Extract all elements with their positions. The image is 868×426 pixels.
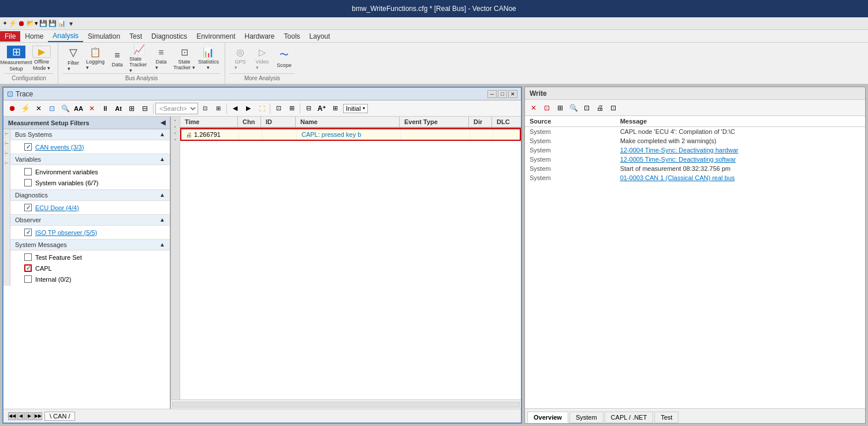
trace-tb-fwd[interactable]: ▶ — [242, 102, 255, 115]
offline-mode-button[interactable]: ▶ OfflineMode ▾ — [30, 48, 53, 69]
internal-item[interactable]: Internal (0/2) — [10, 274, 170, 285]
graphics-button[interactable]: 📈 State Tracker ▾ — [129, 48, 150, 69]
write-message-link-4[interactable]: 12-0005 Time-Sync: Deactivating softwar — [620, 156, 736, 163]
statistics-button[interactable]: 📊 Statistics▾ — [197, 48, 220, 69]
qa-arrow-icon[interactable]: ✦ — [2, 20, 8, 27]
trace-tb-marker[interactable]: ⛶ — [255, 102, 268, 115]
trace-tb-pause[interactable]: ⏸ — [99, 102, 111, 115]
diagnostics-header[interactable]: Diagnostics ▲ — [10, 189, 170, 201]
capl-item[interactable]: ✓ CAPL — [10, 263, 170, 274]
write-tb-export[interactable]: ⊡ — [607, 102, 620, 114]
gps-button[interactable]: ◎ GPS▾ — [230, 48, 251, 69]
can-events-link[interactable]: CAN events (3/3) — [35, 144, 84, 151]
trace-tb-x[interactable]: ✕ — [32, 102, 45, 115]
tab-test[interactable]: Test — [654, 412, 679, 423]
bus-systems-header[interactable]: Bus Systems ▲ — [10, 129, 170, 140]
observer-header[interactable]: Observer ▲ — [10, 214, 170, 226]
trace-tb-paste[interactable]: ⊞ — [285, 102, 298, 115]
write-row-5[interactable]: System Start of measurement 08:32:32.756… — [525, 164, 865, 173]
internal-checkbox[interactable] — [24, 275, 32, 283]
trace-row-highlighted[interactable]: 🖨 1.266791 CAPL: pressed key b — [180, 128, 521, 141]
trace-minimize-button[interactable]: ─ — [487, 90, 497, 98]
write-message-link-6[interactable]: 01-0003 CAN 1 (Classical CAN) real bus — [620, 174, 735, 181]
filter-panel-arrow[interactable]: ◀ — [161, 119, 165, 126]
diagnostics-collapse[interactable]: ▲ — [159, 192, 165, 199]
filter-panel-header[interactable]: Measurement Setup Filters ◀ — [3, 117, 170, 129]
trace-tb-copy[interactable]: ⊡ — [272, 102, 285, 115]
iso-tp-checkbox[interactable]: ✓ — [24, 229, 32, 236]
trace-tb-record[interactable]: ⏺ — [6, 102, 18, 115]
nav-prev[interactable]: ◀ — [17, 412, 25, 420]
capl-checkbox[interactable]: ✓ — [24, 264, 32, 272]
trace-tb-grid[interactable]: ⊞ — [125, 102, 138, 115]
write-tb-copy[interactable]: ⊞ — [554, 102, 567, 114]
tab-system[interactable]: System — [569, 412, 603, 423]
can-events-checkbox[interactable]: ✓ — [24, 143, 32, 151]
trace-tb-text-a[interactable]: A⁺ — [315, 102, 328, 115]
video-button[interactable]: ▷ Video▾ — [252, 48, 273, 69]
ecu-door-link[interactable]: ECU Door (4/4) — [35, 204, 79, 211]
qa-open-icon[interactable]: 📂▾ — [27, 20, 38, 27]
nav-next[interactable]: ▶ — [25, 412, 33, 420]
measurement-setup-button[interactable]: ⊞ MeasurementSetup — [5, 48, 28, 69]
ecu-door-item[interactable]: ✓ ECU Door (4/4) — [10, 202, 170, 213]
write-tb-print[interactable]: 🖨 — [594, 102, 606, 114]
env-variables-checkbox[interactable] — [24, 168, 32, 175]
qa-save-icon[interactable]: 💾 — [39, 20, 47, 27]
qa-report-icon[interactable]: 📊 — [58, 20, 66, 27]
write-row-3[interactable]: System 12-0004 Time-Sync: Deactivating h… — [525, 145, 865, 155]
variables-collapse[interactable]: ▲ — [159, 156, 165, 163]
sys-messages-collapse[interactable]: ▲ — [159, 241, 165, 248]
logging-button[interactable]: 📋 Logging▾ — [85, 48, 106, 69]
iso-tp-item[interactable]: ✓ ISO TP observer (5/5) — [10, 227, 170, 238]
trace-tb-aa[interactable]: AA — [72, 102, 85, 115]
menu-test[interactable]: Test — [125, 31, 147, 42]
test-feature-set-item[interactable]: Test Feature Set — [10, 252, 170, 263]
env-variables-item[interactable]: Environment variables — [10, 166, 170, 177]
trace-button[interactable]: ≡ Data — [107, 48, 128, 69]
sys-messages-header[interactable]: System Messages ▲ — [10, 239, 170, 251]
menu-analysis[interactable]: Analysis — [48, 31, 83, 42]
trace-tb-hide[interactable]: ⊟ — [302, 102, 315, 115]
ecu-door-checkbox[interactable]: ✓ — [24, 204, 32, 211]
variables-header[interactable]: Variables ▲ — [10, 154, 170, 165]
search-dropdown[interactable]: <Search> — [155, 103, 198, 114]
write-row-4[interactable]: System 12-0005 Time-Sync: Deactivating s… — [525, 155, 865, 164]
trace-tb-filter[interactable]: ⊡ — [46, 102, 58, 115]
trace-tb-nav2[interactable]: ⊞ — [212, 102, 225, 115]
qa-lightning-icon[interactable]: ⚡ — [9, 20, 17, 27]
menu-simulation[interactable]: Simulation — [83, 31, 125, 42]
nav-first[interactable]: ◀◀ — [8, 412, 16, 420]
write-message-link-3[interactable]: 12-0004 Time-Sync: Deactivating hardwar — [620, 147, 739, 154]
sys-variables-item[interactable]: System variables (6/7) — [10, 177, 170, 188]
nav-last[interactable]: ▶▶ — [34, 412, 42, 420]
menu-tools[interactable]: Tools — [280, 31, 305, 42]
menu-environment[interactable]: Environment — [192, 31, 240, 42]
trace-tb-back[interactable]: ◀ — [229, 102, 241, 115]
tab-capl-net[interactable]: CAPL / .NET — [605, 412, 654, 423]
iso-tp-link[interactable]: ISO TP observer (5/5) — [35, 229, 97, 236]
write-row-2[interactable]: System Make completed with 2 warning(s) — [525, 136, 865, 145]
trace-tb-col[interactable]: ⊞ — [329, 102, 341, 115]
initial-dropdown[interactable]: Initial ▾ — [343, 104, 368, 113]
trace-hscrollbar[interactable] — [171, 399, 521, 409]
observer-collapse[interactable]: ▲ — [159, 216, 165, 223]
trace-tb-search[interactable]: 🔍 — [59, 102, 72, 115]
menu-home[interactable]: Home — [20, 31, 48, 42]
menu-file[interactable]: File — [0, 31, 20, 42]
trace-tb-grid2[interactable]: ⊟ — [139, 102, 151, 115]
write-row-6[interactable]: System 01-0003 CAN 1 (Classical CAN) rea… — [525, 173, 865, 182]
can-events-item[interactable]: ✓ CAN events (3/3) — [10, 141, 170, 152]
trace-close-button[interactable]: ✕ — [508, 90, 517, 98]
tab-overview[interactable]: Overview — [527, 412, 568, 423]
write-tb-delete2[interactable]: ⊡ — [541, 102, 553, 114]
data-button[interactable]: ≡ Data▾ — [151, 48, 172, 69]
trace-tb-stop[interactable]: ⚡ — [19, 102, 32, 115]
write-tb-settings[interactable]: ⊡ — [580, 102, 593, 114]
filter-button[interactable]: ▽ Filter▾ — [63, 48, 84, 69]
write-row-1[interactable]: System CAPL node 'ECU 4': Compilation of… — [525, 127, 865, 137]
test-feature-checkbox[interactable] — [24, 253, 32, 261]
trace-tb-at[interactable]: At — [112, 102, 125, 115]
scope-button[interactable]: 〜 Scope — [274, 48, 295, 69]
state-tracker-button[interactable]: ⊡ StateTracker ▾ — [173, 48, 196, 69]
